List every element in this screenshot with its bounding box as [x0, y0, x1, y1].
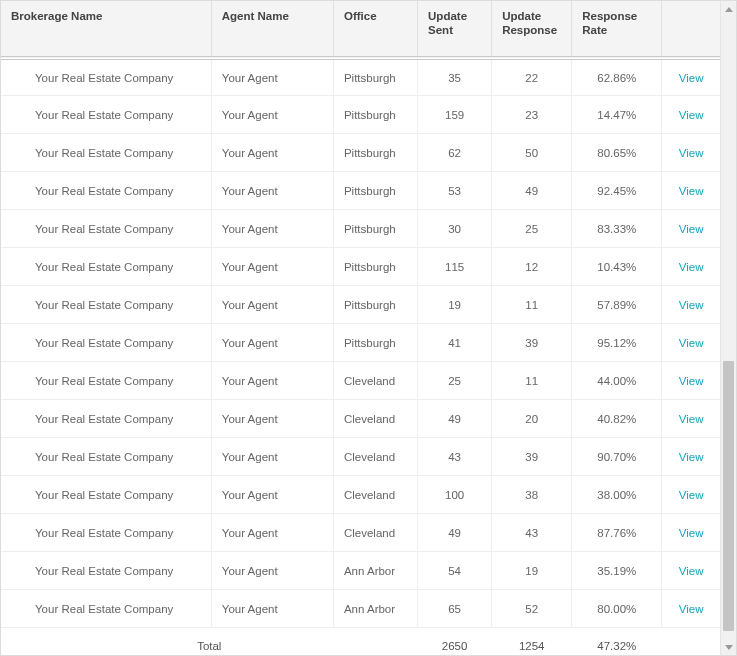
col-header-office[interactable]: Office [333, 1, 417, 58]
cell-rate: 35.19% [572, 552, 662, 590]
col-header-response[interactable]: Update Response [492, 1, 572, 58]
cell-response: 25 [492, 210, 572, 248]
table-row: Your Real Estate CompanyYour AgentPittsb… [1, 134, 720, 172]
cell-sent: 159 [418, 96, 492, 134]
view-link[interactable]: View [679, 147, 704, 159]
cell-action: View [662, 476, 720, 514]
total-response: 1254 [492, 628, 572, 655]
table-total-row: Total 2650 1254 47.32% [1, 628, 720, 655]
cell-rate: 83.33% [572, 210, 662, 248]
view-link[interactable]: View [679, 451, 704, 463]
chevron-down-icon [725, 645, 733, 650]
cell-sent: 43 [418, 438, 492, 476]
table-row: Your Real Estate CompanyYour AgentPittsb… [1, 286, 720, 324]
table-row: Your Real Estate CompanyYour AgentPittsb… [1, 58, 720, 96]
scroll-down-button[interactable] [721, 639, 736, 655]
cell-rate: 95.12% [572, 324, 662, 362]
cell-brokerage: Your Real Estate Company [1, 324, 211, 362]
cell-sent: 115 [418, 248, 492, 286]
cell-rate: 87.76% [572, 514, 662, 552]
total-sent: 2650 [418, 628, 492, 655]
cell-agent: Your Agent [211, 552, 333, 590]
table-row: Your Real Estate CompanyYour AgentClevel… [1, 362, 720, 400]
view-link[interactable]: View [679, 527, 704, 539]
table-row: Your Real Estate CompanyYour AgentAnn Ar… [1, 590, 720, 628]
cell-office: Pittsburgh [333, 58, 417, 96]
cell-brokerage: Your Real Estate Company [1, 210, 211, 248]
cell-response: 22 [492, 58, 572, 96]
table-scroll-area: Brokerage Name Agent Name Office Update … [1, 1, 720, 655]
cell-office: Ann Arbor [333, 552, 417, 590]
view-link[interactable]: View [679, 223, 704, 235]
cell-brokerage: Your Real Estate Company [1, 286, 211, 324]
cell-agent: Your Agent [211, 514, 333, 552]
cell-response: 20 [492, 400, 572, 438]
cell-agent: Your Agent [211, 134, 333, 172]
scrollbar-thumb[interactable] [723, 361, 734, 631]
cell-agent: Your Agent [211, 362, 333, 400]
view-link[interactable]: View [679, 185, 704, 197]
table-row: Your Real Estate CompanyYour AgentPittsb… [1, 96, 720, 134]
col-header-rate[interactable]: Response Rate [572, 1, 662, 58]
cell-action: View [662, 210, 720, 248]
view-link[interactable]: View [679, 109, 704, 121]
cell-brokerage: Your Real Estate Company [1, 590, 211, 628]
cell-agent: Your Agent [211, 58, 333, 96]
agent-report-table: Brokerage Name Agent Name Office Update … [1, 1, 720, 655]
cell-brokerage: Your Real Estate Company [1, 96, 211, 134]
cell-office: Pittsburgh [333, 134, 417, 172]
table-row: Your Real Estate CompanyYour AgentAnn Ar… [1, 552, 720, 590]
cell-sent: 35 [418, 58, 492, 96]
cell-agent: Your Agent [211, 172, 333, 210]
total-action-cell [662, 628, 720, 655]
cell-action: View [662, 590, 720, 628]
cell-response: 49 [492, 172, 572, 210]
cell-response: 11 [492, 362, 572, 400]
view-link[interactable]: View [679, 565, 704, 577]
view-link[interactable]: View [679, 72, 704, 84]
cell-action: View [662, 172, 720, 210]
view-link[interactable]: View [679, 603, 704, 615]
cell-sent: 65 [418, 590, 492, 628]
cell-brokerage: Your Real Estate Company [1, 514, 211, 552]
view-link[interactable]: View [679, 299, 704, 311]
cell-agent: Your Agent [211, 590, 333, 628]
cell-rate: 38.00% [572, 476, 662, 514]
cell-office: Pittsburgh [333, 286, 417, 324]
scroll-up-button[interactable] [721, 1, 736, 17]
col-header-brokerage[interactable]: Brokerage Name [1, 1, 211, 58]
cell-action: View [662, 400, 720, 438]
cell-response: 39 [492, 438, 572, 476]
cell-sent: 62 [418, 134, 492, 172]
cell-action: View [662, 552, 720, 590]
cell-sent: 49 [418, 400, 492, 438]
table-row: Your Real Estate CompanyYour AgentClevel… [1, 514, 720, 552]
cell-office: Pittsburgh [333, 324, 417, 362]
cell-action: View [662, 58, 720, 96]
view-link[interactable]: View [679, 489, 704, 501]
cell-agent: Your Agent [211, 248, 333, 286]
table-row: Your Real Estate CompanyYour AgentClevel… [1, 400, 720, 438]
view-link[interactable]: View [679, 413, 704, 425]
col-header-sent[interactable]: Update Sent [418, 1, 492, 58]
view-link[interactable]: View [679, 337, 704, 349]
cell-rate: 80.65% [572, 134, 662, 172]
view-link[interactable]: View [679, 375, 704, 387]
cell-agent: Your Agent [211, 210, 333, 248]
cell-brokerage: Your Real Estate Company [1, 58, 211, 96]
cell-rate: 14.47% [572, 96, 662, 134]
total-label: Total [1, 628, 418, 655]
view-link[interactable]: View [679, 261, 704, 273]
cell-rate: 40.82% [572, 400, 662, 438]
col-header-agent[interactable]: Agent Name [211, 1, 333, 58]
cell-action: View [662, 96, 720, 134]
cell-action: View [662, 286, 720, 324]
cell-response: 39 [492, 324, 572, 362]
cell-response: 38 [492, 476, 572, 514]
cell-brokerage: Your Real Estate Company [1, 552, 211, 590]
cell-response: 11 [492, 286, 572, 324]
col-header-action [662, 1, 720, 58]
cell-rate: 92.45% [572, 172, 662, 210]
vertical-scrollbar[interactable] [720, 1, 736, 655]
table-row: Your Real Estate CompanyYour AgentPittsb… [1, 248, 720, 286]
